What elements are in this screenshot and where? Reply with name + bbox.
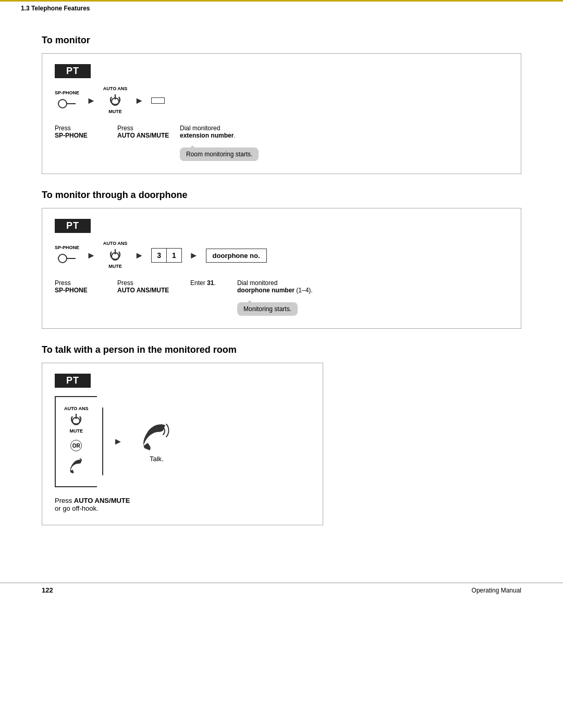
sp-phone-svg (58, 96, 77, 111)
arrow-talk: ► (114, 436, 123, 447)
section-talk: To talk with a person in the monitored r… (42, 344, 521, 526)
label-doorphone: Dial monitored doorphone number (1–4). M… (232, 279, 315, 316)
offhook-icon (67, 456, 85, 477)
section-title-monitor: To monitor (42, 35, 521, 46)
key-1: 1 (166, 248, 182, 263)
power-svg (108, 92, 123, 109)
bracket-group: AUTO ANS MUTE OR (55, 396, 97, 488)
auto-ans-icon-2: AUTO ANS MUTE (103, 241, 128, 270)
talk-handset-svg (138, 420, 175, 451)
arrow1-doorphone: ► (87, 250, 96, 261)
diagram-box-monitor: PT SP-PHONE ► AUTO ANS (42, 53, 521, 174)
manual-label: Operating Manual (472, 587, 521, 594)
talk-label: Talk. (138, 455, 175, 463)
pt-label-doorphone: PT (55, 219, 91, 233)
label-auto-ans-2: Press AUTO ANS/MUTE (112, 279, 169, 294)
labels-row-monitor: Press SP-PHONE Press AUTO ANS/MUTE Dial … (55, 125, 508, 161)
label-auto-ans-1: Press AUTO ANS/MUTE (112, 125, 169, 139)
svg-point-4 (58, 254, 67, 263)
arrow3-doorphone: ► (189, 250, 199, 261)
talk-icon-block: Talk. (138, 420, 175, 463)
header-bar: 1.3 Telephone Features (0, 0, 563, 14)
key-boxes-31: 3 1 (151, 248, 182, 263)
svg-point-0 (58, 100, 67, 108)
flow-row-doorphone: SP-PHONE ► AUTO ANS MUTE (55, 241, 508, 270)
page-number: 122 (42, 586, 53, 594)
bracket-close (102, 408, 103, 475)
label-sp-phone: Press SP-PHONE (55, 125, 107, 139)
sp-phone-icon: SP-PHONE (55, 90, 79, 111)
arrow2-monitor: ► (134, 95, 144, 106)
labels-row-doorphone: Press SP-PHONE Press AUTO ANS/MUTE Enter… (55, 279, 508, 316)
sp-phone-svg-2 (58, 251, 77, 266)
auto-ans-icon: AUTO ANS MUTE (103, 87, 128, 115)
section-doorphone: To monitor through a doorphone PT SP-PHO… (42, 190, 521, 329)
power-svg-3 (69, 412, 83, 428)
pt-label-monitor: PT (55, 64, 91, 78)
section-title-talk: To talk with a person in the monitored r… (42, 344, 521, 355)
arrow2-doorphone: ► (134, 250, 144, 261)
label-extension: Dial monitored extension number. Room mo… (175, 125, 259, 161)
section-label: 1.3 Telephone Features (21, 5, 90, 12)
press-label-talk: Press AUTO ANS/MUTE or go off-hook. (55, 497, 310, 512)
power-svg-2 (108, 247, 123, 264)
extension-no-box (151, 97, 165, 104)
sp-phone-icon-2: SP-PHONE (55, 245, 79, 266)
sp-phone-label-top: SP-PHONE (55, 90, 79, 95)
or-circle: OR (70, 440, 82, 451)
section-title-doorphone: To monitor through a doorphone (42, 190, 521, 201)
diagram-box-talk: PT AUTO ANS MUTE OR (42, 363, 323, 526)
label-sp-phone-2: Press SP-PHONE (55, 279, 107, 294)
key-3: 3 (151, 248, 166, 263)
flow-row-talk: AUTO ANS MUTE OR (55, 396, 310, 488)
label-enter31: Enter 31. (175, 279, 227, 287)
arrow1-monitor: ► (87, 95, 96, 106)
speech-bubble-doorphone: Monitoring starts. (237, 302, 298, 316)
diagram-box-doorphone: PT SP-PHONE ► AUTO ANS (42, 208, 521, 329)
section-monitor: To monitor PT SP-PHONE ► AUTO ANS (42, 35, 521, 174)
auto-ans-icon-3: AUTO ANS MUTE (64, 406, 89, 435)
flow-row-monitor: SP-PHONE ► AUTO ANS MUTE (55, 87, 508, 115)
speech-bubble-monitor: Room monitoring starts. (180, 147, 259, 161)
pt-label-talk: PT (55, 374, 91, 388)
doorphone-no-box: doorphone no. (206, 249, 267, 263)
footer: 122 Operating Manual (0, 583, 563, 599)
